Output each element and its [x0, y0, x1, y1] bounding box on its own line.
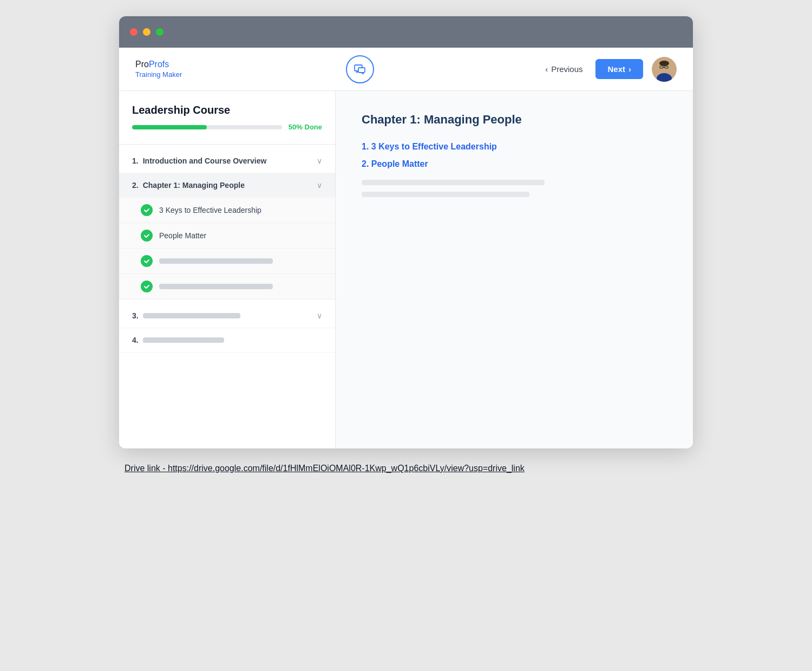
drive-link-section: Drive link - https://drive.google.com/fi…	[119, 461, 693, 475]
next-label: Next	[607, 64, 625, 74]
chapter-item-4[interactable]: 4.	[119, 328, 335, 353]
lesson-placeholder-3	[159, 258, 273, 264]
check-icon-3	[141, 255, 153, 267]
content-placeholder-1	[362, 180, 545, 185]
header-center	[346, 55, 374, 83]
main-content: Leadership Course 50% Done 1. Introducti…	[119, 91, 693, 448]
chapter-1-number: 1.	[132, 157, 139, 165]
previous-button[interactable]: ‹ Previous	[538, 60, 590, 78]
previous-label: Previous	[551, 64, 582, 74]
svg-rect-1	[358, 68, 365, 73]
chapter-4-placeholder	[143, 337, 224, 343]
course-title: Leadership Course	[132, 104, 322, 116]
header-right: ‹ Previous Next ›	[538, 57, 677, 82]
progress-bar-background	[132, 125, 282, 129]
check-icon-1	[141, 204, 153, 216]
traffic-light-green[interactable]	[156, 28, 163, 36]
logo: ProProfs Training Maker	[135, 60, 182, 79]
lesson-item-1[interactable]: 3 Keys to Effective Leadership	[119, 198, 335, 223]
chapter-2-label: Chapter 1: Managing People	[143, 181, 245, 190]
lesson-item-2[interactable]: People Matter	[119, 223, 335, 249]
progress-row: 50% Done	[132, 123, 322, 131]
lesson-link-1[interactable]: 1. 3 Keys to Effective Leadership	[362, 142, 667, 152]
chevron-down-icon-1: ∨	[317, 157, 322, 165]
lesson-placeholder-4	[159, 284, 273, 289]
traffic-light-yellow[interactable]	[143, 28, 150, 36]
course-title-section: Leadership Course 50% Done	[119, 104, 335, 140]
logo-text: ProProfs	[135, 60, 169, 69]
check-icon-2	[141, 230, 153, 242]
logo-pro: Pro	[135, 60, 149, 69]
chapter-1-label: Introduction and Course Overview	[143, 157, 267, 165]
logo-sub: Training Maker	[135, 70, 182, 79]
chapter-3-number: 3.	[132, 311, 139, 320]
lesson-link-1-number: 1.	[362, 142, 371, 151]
chapter-2-number: 2.	[132, 181, 139, 190]
lesson-link-1-label: 3 Keys to Effective Leadership	[371, 142, 497, 151]
sidebar-divider	[119, 144, 335, 145]
chapter-item-2[interactable]: 2. Chapter 1: Managing People ∨	[119, 173, 335, 198]
content-placeholder-2	[362, 192, 529, 197]
chevron-right-icon: ›	[628, 64, 631, 74]
app-header: ProProfs Training Maker ‹ Previous	[119, 48, 693, 91]
chapter-item-3-left: 3.	[132, 311, 240, 320]
chevron-down-icon-2: ∨	[317, 181, 322, 190]
lesson-label-1: 3 Keys to Effective Leadership	[159, 206, 261, 214]
chat-icon[interactable]	[346, 55, 374, 83]
chevron-left-icon: ‹	[545, 64, 548, 74]
lesson-link-2-number: 2.	[362, 159, 371, 168]
lesson-item-3[interactable]	[119, 249, 335, 274]
chapter-item-1-left: 1. Introduction and Course Overview	[132, 157, 266, 165]
traffic-light-red[interactable]	[130, 28, 137, 36]
lessons-container: 3 Keys to Effective Leadership People Ma…	[119, 198, 335, 299]
sidebar: Leadership Course 50% Done 1. Introducti…	[119, 91, 336, 448]
chapter-item-1[interactable]: 1. Introduction and Course Overview ∨	[119, 149, 335, 173]
nav-buttons: ‹ Previous Next ›	[538, 59, 643, 79]
drive-link[interactable]: Drive link - https://drive.google.com/fi…	[125, 464, 525, 473]
logo-profs: Profs	[149, 60, 169, 69]
chevron-down-icon-3: ∨	[317, 311, 322, 320]
chapter-item-3[interactable]: 3. ∨	[119, 304, 335, 328]
progress-bar-fill	[132, 125, 207, 129]
chapter-item-2-left: 2. Chapter 1: Managing People	[132, 181, 245, 190]
svg-point-4	[659, 61, 669, 66]
chapter-item-4-left: 4.	[132, 336, 224, 344]
chapter-3-placeholder	[143, 313, 240, 318]
next-button[interactable]: Next ›	[595, 59, 643, 79]
browser-window: ProProfs Training Maker ‹ Previous	[119, 16, 693, 448]
title-bar	[119, 16, 693, 48]
chapter-heading: Chapter 1: Managing People	[362, 113, 667, 127]
lesson-link-2[interactable]: 2. People Matter	[362, 159, 667, 169]
check-icon-4	[141, 281, 153, 292]
lesson-link-2-label: People Matter	[371, 159, 428, 168]
lesson-label-2: People Matter	[159, 231, 206, 240]
right-panel: Chapter 1: Managing People 1. 3 Keys to …	[336, 91, 693, 448]
chapter-4-number: 4.	[132, 336, 139, 344]
avatar[interactable]	[652, 57, 677, 82]
lesson-item-4[interactable]	[119, 274, 335, 299]
progress-label: 50% Done	[289, 123, 322, 131]
